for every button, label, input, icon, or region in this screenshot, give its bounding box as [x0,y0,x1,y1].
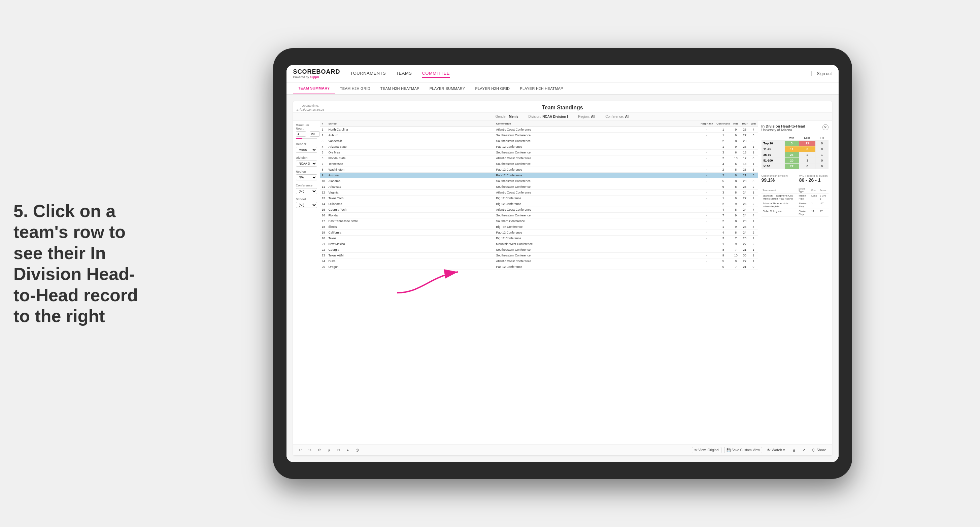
table-row[interactable]: 4 Arizona State Pac-12 Conference - 1 9 … [320,144,758,150]
display-button[interactable]: 🖥 [790,447,797,453]
cell-reg-rank: - [699,138,715,144]
share-button[interactable]: ⬡ Share [810,447,828,453]
cell-reg-rank: - [699,150,715,156]
nav-tournaments[interactable]: TOURNAMENTS [350,69,386,78]
reset-button[interactable]: ⟳ [316,447,323,453]
h2h-rank-top10: Top 10 [762,141,784,146]
table-row[interactable]: 18 Illinois Big Ten Conference - 1 9 23 … [320,224,758,230]
h2h-header-row: Win Loss Tie [762,135,828,141]
table-row[interactable]: 8 Washington Pac-12 Conference - 2 8 23 … [320,167,758,173]
sub-nav: TEAM SUMMARY TEAM H2H GRID TEAM H2H HEAT… [286,83,838,95]
table-row[interactable]: 6 Florida State Atlantic Coast Conferenc… [320,156,758,161]
copy-button[interactable]: ⎘ [326,447,332,453]
min-rounds-max-input[interactable] [310,131,320,137]
tournament-tbody: Jackson T. Stephens Cup Men's Match-Play… [762,194,829,217]
watch-button[interactable]: 👁 Watch ▾ [765,447,787,453]
region-select[interactable]: N/A [296,174,317,180]
cell-school: Texas A&M [327,253,495,259]
table-row[interactable]: 20 Texas Big 12 Conference - 3 7 20 2 [320,236,758,241]
table-row[interactable]: 10 Alabama Southeastern Conference - 5 8… [320,178,758,184]
subnav-team-h2h-heatmap[interactable]: TEAM H2H HEATMAP [375,83,425,94]
h2h-divider-2 [762,185,829,185]
sign-out-link[interactable]: Sign out [811,71,832,76]
table-row[interactable]: 19 California Pac-12 Conference - 4 8 24… [320,230,758,236]
subnav-player-summary[interactable]: PLAYER SUMMARY [425,83,470,94]
export-button[interactable]: ↗ [800,447,807,453]
cell-rds: 8 [732,184,740,190]
record-label: W-L-T record in-division: [799,174,829,177]
conference-select-label: Conference [296,184,317,187]
table-row[interactable]: 23 Texas A&M Southeastern Conference - 9… [320,253,758,259]
table-row[interactable]: 11 Arkansas Southeastern Conference - 6 … [320,184,758,190]
cell-school: Florida [327,213,495,218]
cell-win: 1 [749,161,758,167]
left-filters: Minimum Rou... - [293,121,320,444]
table-row[interactable]: 15 Georgia Tech Atlantic Coast Conferenc… [320,207,758,213]
cell-tour: 20 [740,236,749,241]
clock-button[interactable]: ⏱ [353,447,361,453]
cut-button[interactable]: ✂ [335,447,342,453]
gender-select[interactable]: Men's [296,147,317,153]
add-button[interactable]: + [345,447,351,453]
table-row[interactable]: 21 New Mexico Mountain West Conference -… [320,241,758,247]
t-pos: 11 [810,209,818,217]
min-rounds-min-input[interactable] [296,131,306,137]
subnav-player-h2h-grid[interactable]: PLAYER H2H GRID [470,83,515,94]
subnav-team-h2h-grid[interactable]: TEAM H2H GRID [335,83,375,94]
h2h-tie-51-100: 0 [816,158,828,163]
division-select[interactable]: NCAA Division I [296,160,317,167]
tournament-header-row: Tournament Event Type Pos Score [762,187,829,194]
cell-tour: 23 [740,184,749,190]
h2h-row-51-100: 51-100 20 3 0 [762,158,828,163]
cell-conf-rank: 8 [715,247,732,253]
tablet-screen: SCOREBOARD Powered by clippd TOURNAMENTS… [286,65,838,462]
cell-conf-rank: 3 [715,190,732,195]
table-row[interactable]: 12 Virginia Atlantic Coast Conference - … [320,190,758,195]
h2h-close-button[interactable]: ✕ [822,124,829,130]
cell-school: California [327,230,495,236]
cell-tour: 17 [740,156,749,161]
cell-conference: Southeastern Conference [494,253,699,259]
cell-conference: Big 12 Conference [494,195,699,201]
save-custom-button[interactable]: 💾 Save Custom View [724,447,762,453]
cell-conf-rank: 1 [715,133,732,138]
undo-button[interactable]: ↩ [297,447,304,453]
table-row[interactable]: 5 Ole Miss Southeastern Conference - 3 6… [320,150,758,156]
school-select[interactable]: (All) [296,202,317,208]
slider-track [296,138,317,139]
logo-text: SCOREBOARD [293,68,340,75]
cell-conf-rank: 5 [715,264,732,270]
nav-teams[interactable]: TEAMS [396,69,412,78]
table-row[interactable]: 17 East Tennessee State Southern Confere… [320,218,758,224]
cell-rds: 8 [732,190,740,195]
subnav-player-h2h-heatmap[interactable]: PLAYER H2H HEATMAP [515,83,568,94]
table-row[interactable]: 13 Texas Tech Big 12 Conference - 1 9 27… [320,195,758,201]
cell-win: 4 [749,127,758,133]
table-row[interactable]: 3 Vanderbilt Southeastern Conference - 2… [320,138,758,144]
view-original-button[interactable]: 👁 View: Original [692,447,721,453]
standings-table: # School Conference Reg Rank Conf Rank R… [320,121,758,444]
table-row[interactable]: 25 Oregon Pac-12 Conference - 5 7 21 0 [320,264,758,270]
table-row[interactable]: 16 Florida Southeastern Conference - 7 9… [320,213,758,218]
table-row[interactable]: 1 North Carolina Atlantic Coast Conferen… [320,127,758,133]
table-row[interactable]: 9 Arizona Pac-12 Conference - 3 8 21 3 [320,173,758,178]
th-win: Win [749,121,758,127]
subnav-team-summary[interactable]: TEAM SUMMARY [293,83,335,94]
table-row[interactable]: 2 Auburn Southeastern Conference - 1 9 2… [320,133,758,138]
cell-conf-rank: 1 [715,224,732,230]
conference-select[interactable]: (All) [296,188,317,194]
table-row[interactable]: 24 Duke Atlantic Coast Conference - 5 9 … [320,259,758,264]
t-type: Stroke Play [797,209,810,217]
nav-committee[interactable]: COMMITTEE [422,69,450,78]
cell-conference: Pac-12 Conference [494,264,699,270]
cell-rank: 12 [320,190,327,195]
table-row[interactable]: 14 Oklahoma Big 12 Conference - 2 9 26 2 [320,201,758,207]
redo-button[interactable]: ↪ [306,447,313,453]
top-nav: SCOREBOARD Powered by clippd TOURNAMENTS… [286,65,838,83]
table-row[interactable]: 22 Georgia Southeastern Conference - 8 7… [320,247,758,253]
table-row[interactable]: 7 Tennessee Southeastern Conference - 4 … [320,161,758,167]
school-select-group: School (All) [296,198,317,208]
th-conf-rank: Conf Rank [715,121,732,127]
standings-tbody: 1 North Carolina Atlantic Coast Conferen… [320,127,758,270]
cell-conf-rank: 3 [715,173,732,178]
